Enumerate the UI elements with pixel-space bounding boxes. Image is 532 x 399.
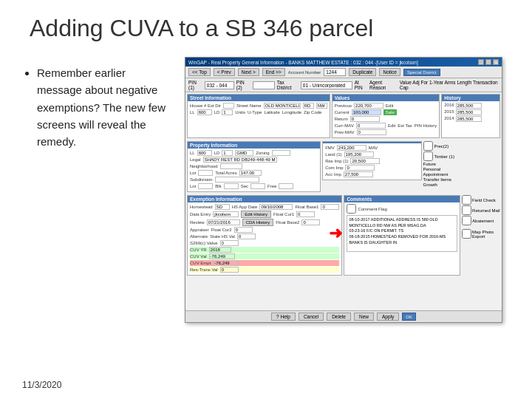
new-button[interactable]: New <box>354 313 374 321</box>
ok-button[interactable]: OK <box>402 313 416 321</box>
cancel-button[interactable]: Cancel <box>299 313 324 321</box>
minimize-button[interactable]: _ <box>478 59 484 65</box>
state-hs-input[interactable] <box>237 233 256 239</box>
property-section-body: LL LD Zoning Legal <box>188 149 320 191</box>
notice-button[interactable]: Notice <box>379 68 400 76</box>
hs-app-input[interactable] <box>259 204 293 210</box>
history-row-2015: 2015 <box>444 109 497 115</box>
float-cur1-input[interactable] <box>296 211 315 217</box>
history-row-2014: 2014 <box>444 116 497 122</box>
special-district-button[interactable]: Special District <box>403 69 440 76</box>
float-base1-input[interactable] <box>321 204 339 210</box>
nav-end-button[interactable]: End >> <box>262 68 285 76</box>
nav-top-button[interactable]: << Top <box>188 68 211 76</box>
resimp-input[interactable] <box>350 158 380 164</box>
prevmav-input[interactable] <box>357 129 386 135</box>
road-type-input[interactable] <box>303 103 314 109</box>
delete-button[interactable]: Delete <box>327 313 351 321</box>
house-input[interactable] <box>223 103 234 109</box>
land-input[interactable] <box>344 151 374 157</box>
total-acres-input[interactable] <box>239 170 262 176</box>
lot-input[interactable] <box>198 170 213 176</box>
subdivision-input[interactable] <box>215 177 259 183</box>
free-input[interactable] <box>279 183 293 189</box>
ll-input[interactable] <box>197 109 212 115</box>
review-input[interactable] <box>207 219 240 225</box>
curmav-input[interactable] <box>356 123 386 129</box>
date-text: 11/3/2020 <box>22 380 61 390</box>
homestead-input[interactable] <box>215 204 230 210</box>
map-photo-checkbox[interactable] <box>462 229 471 239</box>
neighborhood-input[interactable] <box>220 163 242 169</box>
res-trans-input[interactable] <box>220 267 239 273</box>
cda-history-button[interactable]: CDA History <box>242 219 274 226</box>
cuv-yr-input[interactable] <box>209 247 231 253</box>
current-input[interactable] <box>352 109 381 115</box>
gmd-input[interactable] <box>235 150 253 156</box>
field-check-label: Field Check <box>472 198 496 202</box>
free-label: Free <box>267 184 276 188</box>
res-trans-label: Res-Trans Val <box>190 267 218 272</box>
ld-input[interactable] <box>222 109 233 115</box>
duplicate-button[interactable]: Duplicate <box>349 68 376 76</box>
accimp-input[interactable] <box>344 171 373 177</box>
sec-input[interactable] <box>250 183 265 189</box>
wingap-body: Street Information House # Ext Dir Stree… <box>185 92 502 323</box>
cuv-yr-label: CUV YR <box>190 248 207 252</box>
fmv-column: FMV MAV Land (1) <box>322 141 421 194</box>
exemption-section-body: Homestead HS App Date Float Base1 Data <box>188 202 341 275</box>
wingap-titlebar: WinGAP - Real Property General Informati… <box>185 58 502 66</box>
previous-input[interactable] <box>354 103 383 109</box>
nav-next-button[interactable]: Next > <box>238 68 259 76</box>
appraiser-label: Appraiser <box>190 228 209 232</box>
comment-flag-label: Comment Flag <box>358 207 386 211</box>
return-input[interactable] <box>350 116 380 122</box>
nav-prev-button[interactable]: < Prev <box>214 68 235 76</box>
sale-button[interactable]: Sale <box>383 109 397 115</box>
zoning-input[interactable] <box>272 150 290 156</box>
abatement-checkbox[interactable] <box>462 216 471 225</box>
blk-input[interactable] <box>224 183 239 189</box>
help-button[interactable]: ? Help <box>271 313 296 321</box>
returned-mail-checkbox[interactable] <box>462 205 471 215</box>
edit-history-button[interactable]: Edit History <box>241 211 271 218</box>
close-button[interactable]: ✕ <box>493 59 499 65</box>
curmav-row: Curr-MAV Edit Est Tax PIN History <box>335 123 437 129</box>
val-2016[interactable] <box>456 103 482 109</box>
sec-label: Sec <box>241 184 248 188</box>
fmv-input[interactable] <box>337 145 366 151</box>
legal-input[interactable] <box>203 157 277 163</box>
top-row: Street Information House # Ext Dir Stree… <box>187 94 500 140</box>
field-check-checkbox[interactable] <box>462 195 471 205</box>
apply-button[interactable]: Apply <box>377 313 399 321</box>
comimp-input[interactable] <box>345 165 375 171</box>
account-number-input[interactable] <box>324 68 346 76</box>
ll2-input[interactable] <box>197 150 212 156</box>
s299-input[interactable] <box>220 240 239 246</box>
ld2-input[interactable] <box>222 150 233 156</box>
cuv-exempt-input[interactable] <box>213 260 239 266</box>
timber-checkbox[interactable] <box>423 151 433 161</box>
float-base2-input[interactable] <box>301 219 320 225</box>
land-label: Land (1) <box>325 152 341 157</box>
agent-reason-label: Agent Reason <box>369 80 398 90</box>
comments-section: Comments Comment Flag 08-10-2017 ADDITIO… <box>344 195 460 276</box>
pin2-input[interactable] <box>253 81 275 89</box>
cuv-yr-row: CUV YR <box>190 247 339 253</box>
val-2014[interactable] <box>456 116 482 122</box>
float-cur2-input[interactable] <box>234 227 253 233</box>
direction-input[interactable] <box>316 103 327 109</box>
data-entry-input[interactable] <box>213 211 239 217</box>
comment-flag-checkbox[interactable] <box>347 204 356 214</box>
street-name-input[interactable] <box>264 103 301 109</box>
pin1-input[interactable] <box>205 81 234 89</box>
comments-section-body: Comment Flag 08-10-2017 ADDITIONAL ADDRE… <box>344 202 460 253</box>
prec2-checkbox[interactable] <box>423 141 433 151</box>
maximize-button[interactable]: □ <box>485 59 491 65</box>
tax-district-input[interactable] <box>301 81 352 89</box>
lot-row: Lot Total Acres <box>190 170 318 176</box>
val-2015[interactable] <box>456 109 482 115</box>
cuv-val-input[interactable] <box>209 253 235 259</box>
lot2-input[interactable] <box>198 183 213 189</box>
exemption-section-title: Exemption Information <box>188 196 341 202</box>
